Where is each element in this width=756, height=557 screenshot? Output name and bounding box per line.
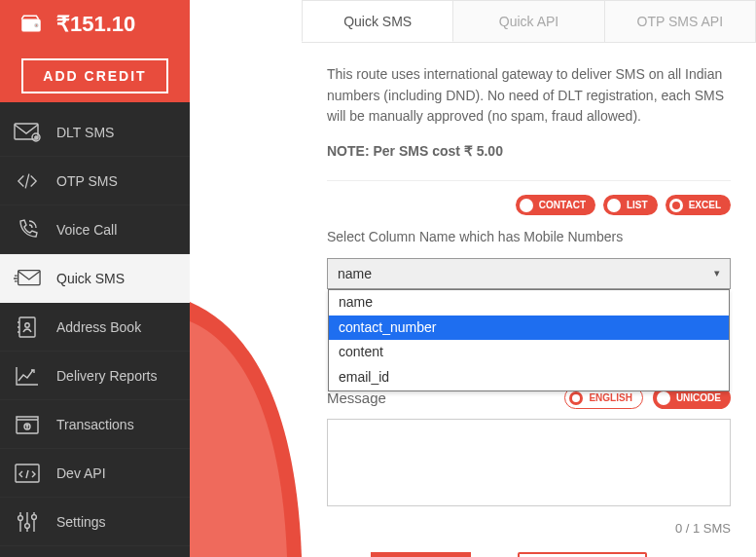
sidebar-item-dlt-sms[interactable]: DLT SMS [0, 108, 190, 157]
settings-icon [14, 510, 41, 534]
add-credit-button[interactable]: ADD CREDIT [21, 58, 167, 93]
column-select-button[interactable]: name ▾ [327, 258, 731, 289]
sidebar-item-delivery-reports[interactable]: Delivery Reports [0, 352, 190, 400]
panel: This route uses international gateway to… [302, 43, 756, 557]
chevron-down-icon: ▾ [714, 267, 720, 279]
pill-label: LIST [627, 198, 648, 213]
code-icon [14, 169, 41, 193]
send-button[interactable]: SEND [371, 552, 471, 557]
pill-label: ENGLISH [589, 390, 631, 406]
svg-point-0 [35, 24, 38, 27]
tab-otp-sms-api[interactable]: OTP SMS API [605, 0, 756, 42]
pill-label: UNICODE [676, 390, 721, 406]
main-content: Quick SMS Quick API OTP SMS API This rou… [302, 0, 756, 557]
sms-counter: 0 / 1 SMS [327, 519, 731, 538]
radio-dot-icon [520, 199, 533, 212]
sidebar-item-label: Settings [56, 514, 106, 530]
radio-dot-icon [657, 391, 670, 405]
column-select: name ▾ name contact_number content email… [327, 258, 731, 289]
transactions-icon [14, 413, 41, 436]
chart-icon [14, 364, 41, 388]
address-book-icon [14, 316, 41, 339]
tab-quick-sms[interactable]: Quick SMS [302, 0, 453, 42]
dropdown-option-name[interactable]: name [329, 290, 729, 316]
sidebar-item-dev-api[interactable]: Dev API [0, 449, 190, 498]
pill-label: EXCEL [689, 198, 721, 213]
radio-dot-selected-icon [669, 199, 683, 212]
wallet-amount: ₹151.10 [56, 12, 135, 37]
dropdown-option-contact-number[interactable]: contact_number [329, 316, 729, 341]
tab-quick-api[interactable]: Quick API [453, 0, 604, 42]
bolt-icon[interactable]: ⚡ [661, 553, 687, 557]
svg-point-5 [25, 322, 29, 326]
svg-point-10 [25, 523, 30, 528]
sidebar-nav: DLT SMS OTP SMS Voice Call Quick SMS Add… [0, 102, 190, 546]
sidebar-item-label: Transactions [56, 417, 134, 432]
schedule-button[interactable]: SCHEDULE [518, 552, 647, 557]
sidebar-item-label: OTP SMS [56, 173, 118, 189]
envelope-plus-icon [14, 121, 41, 144]
sidebar-item-label: Delivery Reports [56, 368, 157, 384]
sidebar-item-settings[interactable]: Settings [0, 498, 190, 546]
dropdown-option-email-id[interactable]: email_id [329, 365, 729, 390]
sidebar-item-address-book[interactable]: Address Book [0, 303, 190, 352]
sidebar-item-label: Voice Call [56, 222, 117, 238]
action-row: SEND OR SCHEDULE ⚡ [327, 552, 731, 557]
dropdown-option-content[interactable]: content [329, 340, 729, 365]
wallet-icon [18, 13, 45, 36]
sidebar-item-transactions[interactable]: Transactions [0, 400, 190, 449]
sidebar-item-label: Quick SMS [56, 271, 125, 286]
source-list-pill[interactable]: LIST [603, 195, 658, 216]
source-pill-row: CONTACT LIST EXCEL [327, 195, 731, 216]
column-selected-value: name [338, 266, 372, 281]
sidebar: ₹151.10 ADD CREDIT DLT SMS OTP SMS Voice… [0, 0, 190, 557]
tab-bar: Quick SMS Quick API OTP SMS API [302, 0, 756, 43]
sidebar-item-label: Dev API [56, 465, 106, 481]
divider [327, 180, 731, 181]
radio-dot-selected-icon [569, 391, 583, 405]
envelope-send-icon [14, 267, 41, 290]
sidebar-item-voice-call[interactable]: Voice Call [0, 205, 190, 254]
sidebar-item-otp-sms[interactable]: OTP SMS [0, 157, 190, 205]
svg-point-9 [18, 515, 23, 520]
source-excel-pill[interactable]: EXCEL [666, 195, 731, 216]
message-textarea[interactable] [327, 419, 731, 506]
svg-rect-3 [18, 270, 40, 284]
column-select-label: Select Column Name which has Mobile Numb… [327, 227, 731, 248]
wallet-balance: ₹151.10 [0, 0, 190, 49]
source-contact-pill[interactable]: CONTACT [516, 195, 595, 216]
route-description: This route uses international gateway to… [327, 64, 731, 128]
sidebar-item-label: DLT SMS [56, 125, 114, 140]
svg-point-11 [32, 514, 37, 519]
sidebar-item-quick-sms[interactable]: Quick SMS [0, 254, 190, 303]
decorative-waves [190, 302, 306, 557]
pill-label: CONTACT [539, 198, 586, 213]
radio-dot-icon [607, 199, 621, 212]
api-icon [14, 462, 41, 485]
cost-note: NOTE: Per SMS cost ₹ 5.00 [327, 141, 731, 163]
column-dropdown: name contact_number content email_id [328, 289, 730, 391]
phone-icon [14, 218, 41, 241]
sidebar-item-label: Address Book [56, 319, 141, 335]
add-credit-block: ADD CREDIT [0, 49, 190, 102]
